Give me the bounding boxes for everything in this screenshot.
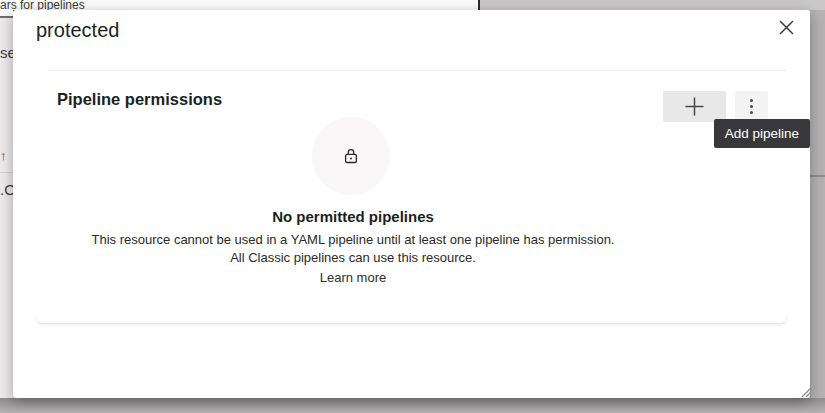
background-text-fragment: ↑ [0,148,7,163]
background-left-strip: se ↑ .O [0,10,13,413]
resize-grip-icon [798,384,812,398]
close-icon [779,20,794,35]
screen: ars for pipelines se ↑ .O protected Pipe… [0,0,825,413]
background-text-fragment: se [0,44,13,61]
kebab-icon [750,99,753,114]
more-options-button[interactable] [735,91,768,122]
header-divider [48,70,787,71]
empty-state-title: No permitted pipelines [36,207,670,227]
pipeline-permissions-dialog: protected Pipeline permissions Add pipel… [13,10,810,398]
background-left-header-edge [0,10,13,18]
empty-state-line1: This resource cannot be used in a YAML p… [36,231,670,249]
section-heading: Pipeline permissions [57,90,222,109]
empty-state-icon-circle [312,117,390,195]
close-button[interactable] [774,15,798,39]
add-pipeline-button[interactable] [663,91,726,122]
resize-handle[interactable] [798,384,812,398]
plus-icon [685,97,704,116]
dialog-title: protected [36,17,119,43]
add-pipeline-tooltip: Add pipeline [714,119,810,148]
background-right-divider [810,175,825,177]
background-bottom-strip [0,398,825,413]
card-bottom-edge [36,315,787,324]
lock-icon [342,147,360,165]
empty-state-line2: All Classic pipelines can use this resou… [36,249,670,267]
background-left-divider [0,172,13,173]
background-right-strip [810,10,825,413]
empty-state: No permitted pipelines This resource can… [36,207,670,287]
background-text-fragment: .O [0,181,13,198]
learn-more-link[interactable]: Learn more [320,269,386,287]
